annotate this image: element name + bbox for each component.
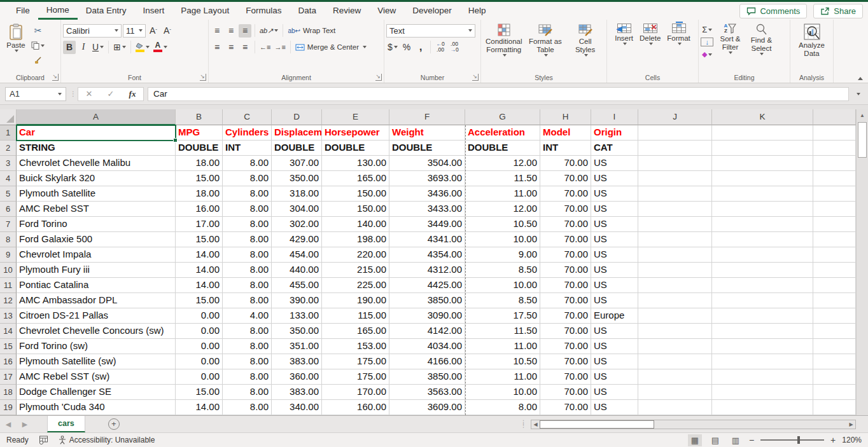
cell-J13[interactable]	[638, 308, 712, 324]
ribbon-tab-home[interactable]: Home	[38, 2, 78, 20]
cell-x8[interactable]	[813, 232, 856, 247]
cell-G4[interactable]: 11.50	[465, 171, 540, 186]
cell-A7[interactable]: Ford Torino	[17, 217, 176, 232]
cell-B6[interactable]: 16.00	[176, 202, 223, 217]
zoom-slider[interactable]	[760, 439, 824, 441]
cell-D6[interactable]: 304.00	[272, 202, 322, 217]
cell-G8[interactable]: 10.00	[465, 232, 540, 247]
row-header-8[interactable]: 8	[0, 232, 17, 247]
cell-I5[interactable]: US	[591, 186, 638, 202]
format-painter-button[interactable]	[30, 54, 46, 67]
cell-G18[interactable]: 10.00	[465, 385, 540, 400]
cell-D17[interactable]: 360.00	[272, 369, 322, 385]
share-button[interactable]: Share	[813, 4, 863, 18]
decrease-indent-button[interactable]: ←≡	[258, 41, 272, 54]
cell-H15[interactable]: 70.00	[540, 339, 591, 354]
cell-J1[interactable]	[638, 125, 712, 141]
conditional-formatting-button[interactable]: Conditional Formatting	[483, 22, 525, 72]
cell-A17[interactable]: AMC Rebel SST (sw)	[17, 369, 176, 385]
cell-E18[interactable]: 170.00	[322, 385, 389, 400]
cell-D9[interactable]: 454.00	[272, 247, 322, 263]
cell-B11[interactable]: 14.00	[176, 278, 223, 293]
cell-G3[interactable]: 12.00	[465, 156, 540, 171]
cell-G2[interactable]: DOUBLE	[465, 141, 540, 156]
cell-I15[interactable]: US	[591, 339, 638, 354]
cell-I10[interactable]: US	[591, 263, 638, 278]
cell-I8[interactable]: US	[591, 232, 638, 247]
comma-style-button[interactable]: ,	[414, 41, 427, 54]
cell-x6[interactable]	[813, 202, 856, 217]
cell-K5[interactable]	[712, 186, 813, 202]
cell-G9[interactable]: 9.00	[465, 247, 540, 263]
cell-H17[interactable]: 70.00	[540, 369, 591, 385]
cell-I14[interactable]: US	[591, 324, 638, 339]
cell-x19[interactable]	[813, 400, 856, 415]
cell-E2[interactable]: DOUBLE	[322, 141, 389, 156]
scroll-left-button[interactable]: ◀	[531, 420, 540, 429]
row-header-15[interactable]: 15	[0, 339, 17, 354]
cell-J4[interactable]	[638, 171, 712, 186]
row-header-5[interactable]: 5	[0, 186, 17, 202]
cell-H7[interactable]: 70.00	[540, 217, 591, 232]
cell-J7[interactable]	[638, 217, 712, 232]
horizontal-scrollbar[interactable]: ◀ ▶	[531, 420, 856, 429]
align-center-button[interactable]: ≡	[225, 41, 237, 54]
cell-H4[interactable]: 70.00	[540, 171, 591, 186]
cell-J12[interactable]	[638, 293, 712, 308]
cell-K8[interactable]	[712, 232, 813, 247]
cell-I7[interactable]: US	[591, 217, 638, 232]
cell-B8[interactable]: 15.00	[176, 232, 223, 247]
cell-D18[interactable]: 383.00	[272, 385, 322, 400]
cell-D7[interactable]: 302.00	[272, 217, 322, 232]
cell-A12[interactable]: AMC Ambassador DPL	[17, 293, 176, 308]
cell-C18[interactable]: 8.00	[223, 385, 272, 400]
cell-H2[interactable]: INT	[540, 141, 591, 156]
percent-style-button[interactable]: %	[400, 41, 413, 54]
copy-button[interactable]	[30, 39, 46, 52]
formula-input[interactable]: Car	[148, 87, 849, 101]
cell-J3[interactable]	[638, 156, 712, 171]
cell-J16[interactable]	[638, 354, 712, 369]
increase-indent-button[interactable]: →≡	[273, 41, 286, 54]
cell-I6[interactable]: US	[591, 202, 638, 217]
cell-E12[interactable]: 190.00	[322, 293, 389, 308]
zoom-in-button[interactable]: +	[830, 435, 836, 445]
cell-C7[interactable]: 8.00	[223, 217, 272, 232]
cell-E8[interactable]: 198.00	[322, 232, 389, 247]
cell-G15[interactable]: 11.00	[465, 339, 540, 354]
cell-G1[interactable]: Acceleration	[465, 125, 540, 141]
analyze-data-button[interactable]: Analyze Data	[794, 22, 830, 72]
cell-F18[interactable]: 3563.00	[389, 385, 465, 400]
cell-E7[interactable]: 140.00	[322, 217, 389, 232]
cell-C2[interactable]: INT	[223, 141, 272, 156]
cell-F19[interactable]: 3609.00	[389, 400, 465, 415]
column-header-E[interactable]: E	[322, 109, 389, 125]
alignment-dialog-launcher[interactable]: ↘	[375, 74, 382, 81]
cell-B4[interactable]: 15.00	[176, 171, 223, 186]
page-break-view-button[interactable]: ▥	[729, 434, 743, 446]
cell-J11[interactable]	[638, 278, 712, 293]
cell-F7[interactable]: 3449.00	[389, 217, 465, 232]
cell-H12[interactable]: 70.00	[540, 293, 591, 308]
cell-G16[interactable]: 10.50	[465, 354, 540, 369]
cell-K1[interactable]	[712, 125, 813, 141]
cancel-entry-button[interactable]: ✕	[78, 88, 100, 100]
cell-B16[interactable]: 0.00	[176, 354, 223, 369]
cell-D4[interactable]: 350.00	[272, 171, 322, 186]
cell-styles-button[interactable]: Cell Styles	[566, 22, 605, 72]
middle-align-button[interactable]: ≡	[225, 24, 237, 38]
align-left-button[interactable]: ≡	[211, 41, 223, 54]
row-header-11[interactable]: 11	[0, 278, 17, 293]
cell-K14[interactable]	[712, 324, 813, 339]
cell-E3[interactable]: 130.00	[322, 156, 389, 171]
cell-C5[interactable]: 8.00	[223, 186, 272, 202]
cell-K4[interactable]	[712, 171, 813, 186]
cell-C6[interactable]: 8.00	[223, 202, 272, 217]
vertical-scrollbar[interactable]: ▲	[856, 109, 868, 415]
cell-F8[interactable]: 4341.00	[389, 232, 465, 247]
cell-E10[interactable]: 215.00	[322, 263, 389, 278]
cell-D10[interactable]: 440.00	[272, 263, 322, 278]
cell-A10[interactable]: Plymouth Fury iii	[17, 263, 176, 278]
cell-A11[interactable]: Pontiac Catalina	[17, 278, 176, 293]
cell-J5[interactable]	[638, 186, 712, 202]
